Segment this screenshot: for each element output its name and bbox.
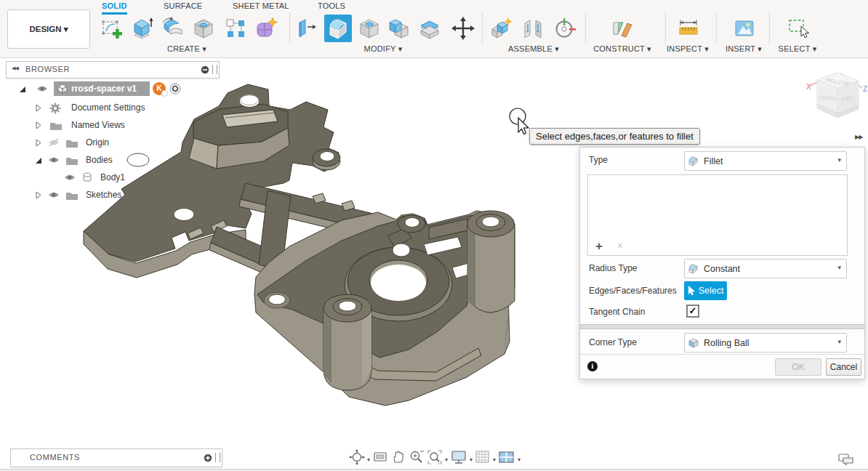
hole-icon [192, 17, 215, 40]
display-settings-icon[interactable] [450, 449, 467, 465]
fillet-button[interactable] [324, 15, 352, 42]
collapse-browser-icon[interactable]: ◀◀ [12, 65, 18, 71]
presence-dot [161, 90, 168, 97]
chevron-down-icon[interactable]: ▾ [470, 456, 473, 463]
expand-panel-icon[interactable]: ▶▶ [855, 134, 862, 140]
comments-panel[interactable]: COMMENTS [10, 448, 222, 467]
tab-solid[interactable]: SOLID [102, 0, 127, 15]
create-form-button[interactable] [252, 15, 280, 42]
chevron-down-icon[interactable]: ▾ [445, 456, 448, 463]
new-component-button[interactable] [488, 15, 515, 42]
selected-item-highlight[interactable]: rrosd-spacer v1 [54, 81, 150, 96]
browser-panel-header[interactable]: ◀◀ BROWSER [6, 61, 220, 78]
corner-type-dropdown[interactable]: Rolling Ball ▾ [684, 333, 847, 353]
browser-options-icon[interactable] [201, 65, 209, 74]
fillet-dialog: Type Fillet ▾ + × Radius Type Constant ▾… [579, 147, 865, 379]
visibility-eye-icon[interactable] [64, 173, 76, 182]
viewports-icon[interactable] [498, 449, 515, 465]
tree-item-origin[interactable]: Origin [6, 135, 224, 151]
measure-button[interactable] [675, 15, 702, 42]
zoom-icon[interactable] [409, 449, 425, 465]
group-label-construct[interactable]: CONSTRUCT ▾ [592, 44, 652, 55]
expand-arrow-icon[interactable] [35, 104, 42, 113]
selection-radio-icon[interactable] [169, 83, 181, 94]
hole-button[interactable] [190, 15, 217, 42]
tree-item-sketches[interactable]: Sketches [6, 188, 224, 204]
viewcube[interactable]: BOTTOM FRONT LEFT X Z [806, 73, 867, 118]
edges-select-button[interactable]: Select [684, 281, 727, 300]
joint-button[interactable] [519, 15, 547, 42]
expand-arrow-icon[interactable] [35, 157, 42, 164]
dialog-section-divider [580, 324, 864, 329]
group-label-select[interactable]: SELECT ▾ [775, 44, 820, 55]
combine-button[interactable] [385, 15, 413, 42]
group-label-inspect[interactable]: INSPECT ▾ [663, 44, 712, 55]
extrude-button[interactable] [129, 15, 156, 42]
cancel-button[interactable]: Cancel [826, 358, 861, 376]
browser-panel-grip[interactable] [212, 65, 217, 74]
group-label-create[interactable]: CREATE ▾ [161, 44, 212, 55]
tab-tools[interactable]: TOOLS [318, 0, 345, 12]
tree-item-document-settings[interactable]: Document Settings [6, 100, 224, 116]
fillet-selection-list[interactable]: + × [587, 174, 848, 256]
radius-type-dropdown[interactable]: Constant ▾ [684, 259, 847, 278]
tree-item-label: Document Settings [71, 102, 145, 113]
tree-item-body1[interactable]: Body1 [6, 170, 224, 186]
tree-item-root[interactable]: rrosd-spacer v1 K [6, 81, 224, 97]
remove-selection-icon[interactable]: × [617, 241, 623, 250]
chevron-down-icon[interactable]: ▾ [518, 456, 521, 463]
navigation-toolbar: ▾ ▾ ▾ ▾ ▾ [349, 449, 521, 465]
expand-arrow-icon[interactable] [35, 121, 42, 130]
visibility-eye-off-icon[interactable] [48, 138, 60, 147]
insert-image-button[interactable] [731, 15, 758, 42]
tooltip: Select edges,faces,or features to fillet [529, 128, 700, 145]
group-label-modify[interactable]: MODIFY ▾ [358, 44, 409, 55]
move-copy-button[interactable] [449, 15, 477, 42]
tree-item-label: Body1 [100, 172, 125, 182]
folder-icon [65, 190, 79, 201]
expand-arrow-icon[interactable] [35, 139, 42, 148]
fit-icon[interactable] [427, 449, 443, 465]
tab-sheet-metal[interactable]: SHEET METAL [233, 0, 289, 12]
chevron-down-icon[interactable]: ▾ [493, 456, 496, 463]
create-form-icon [254, 17, 278, 40]
toolbar-separator [665, 12, 666, 45]
press-pull-icon [295, 17, 318, 40]
folder-icon [65, 156, 79, 166]
design-menu-button[interactable]: DESIGN ▾ [7, 9, 90, 49]
create-sketch-button[interactable] [98, 15, 126, 42]
look-at-icon[interactable] [372, 449, 388, 465]
grid-settings-icon[interactable] [475, 449, 491, 465]
as-built-joint-icon [553, 17, 576, 40]
group-label-insert[interactable]: INSERT ▾ [721, 44, 766, 55]
visibility-eye-icon[interactable] [36, 84, 48, 93]
split-body-button[interactable] [416, 15, 443, 42]
visibility-eye-icon[interactable] [48, 190, 60, 199]
tangent-chain-checkbox[interactable]: ✓ [686, 305, 699, 318]
tab-surface[interactable]: SURFACE [164, 0, 202, 12]
comments-panel-grip[interactable] [215, 453, 220, 462]
revolve-button[interactable] [159, 15, 187, 42]
group-label-assemble[interactable]: ASSEMBLE ▾ [506, 44, 561, 55]
ok-button[interactable]: OK [775, 358, 821, 376]
chevron-down-icon: ▾ [837, 156, 841, 164]
info-icon[interactable]: i [587, 361, 598, 371]
expand-arrow-icon[interactable] [35, 191, 42, 200]
comments-add-icon[interactable] [204, 454, 212, 462]
add-selection-icon[interactable]: + [595, 241, 603, 251]
feedback-icon[interactable] [837, 452, 855, 467]
pan-icon[interactable] [390, 449, 406, 465]
tree-item-named-views[interactable]: Named Views [6, 118, 224, 134]
tree-item-bodies[interactable]: Bodies [6, 153, 224, 169]
expand-arrow-icon[interactable] [19, 86, 26, 93]
as-built-joint-button[interactable] [551, 15, 579, 42]
select-button[interactable] [784, 15, 811, 42]
visibility-eye-icon[interactable] [48, 156, 60, 164]
press-pull-button[interactable] [293, 15, 321, 42]
orbit-icon[interactable] [349, 449, 365, 465]
type-dropdown[interactable]: Fillet ▾ [684, 151, 847, 171]
chevron-down-icon[interactable]: ▾ [367, 456, 370, 463]
pattern-button[interactable] [222, 15, 249, 42]
shell-button[interactable] [355, 15, 383, 42]
construction-plane-button[interactable] [608, 15, 636, 42]
